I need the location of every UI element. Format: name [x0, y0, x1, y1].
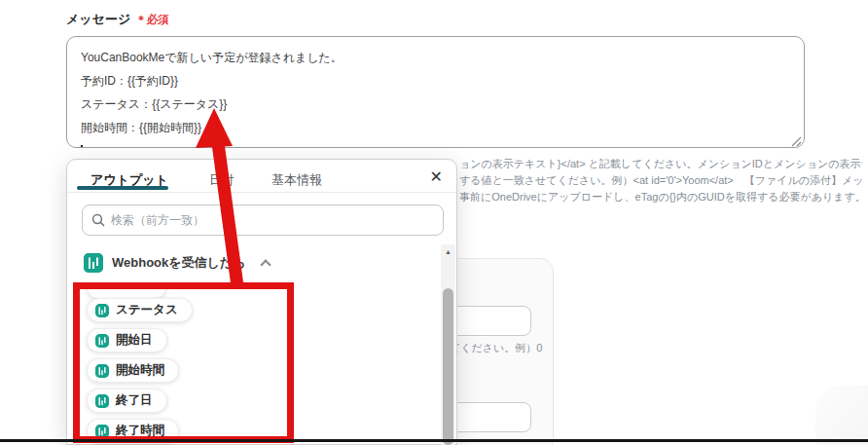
tabs-divider — [67, 192, 456, 193]
app-equalizer-icon — [95, 364, 109, 378]
required-badge: ＊必須 — [135, 14, 169, 25]
resize-handle-icon[interactable] — [790, 135, 803, 148]
search-input[interactable] — [111, 213, 434, 227]
text-cursor — [81, 145, 83, 148]
message-field-label: メッセージ＊必須 — [66, 11, 169, 28]
active-tab-underline — [77, 186, 168, 190]
window-bottom-edge — [0, 439, 868, 442]
pill-label: 終了日 — [116, 392, 153, 409]
help-text-line: 事前にOneDriveにアップロードし、eTagの{}内のGUIDを取得する必要… — [459, 190, 862, 204]
output-pill-status[interactable]: ステータス — [87, 298, 193, 322]
help-text-line: ョンの表示テキスト}</at> と記載してください。メンションIDとメンションの… — [459, 157, 862, 171]
app-equalizer-icon — [95, 334, 109, 348]
pill-label: ステータス — [116, 302, 178, 318]
scroll-up-icon[interactable]: ▲ — [441, 248, 455, 255]
output-pill-end-date[interactable]: 終了日 — [87, 389, 167, 413]
page: メッセージ＊必須 YouCanBookMeで新しい予定が登録されました。 予約I… — [0, 0, 868, 445]
tab-basic-info[interactable]: 基本情報 — [271, 171, 322, 189]
corner-widget — [815, 386, 868, 445]
output-picker-popup: アウトプット 日付 基本情報 ✕ Webhookを受信したら — [66, 159, 457, 445]
search-icon — [91, 213, 105, 227]
pill-label: 開始時間 — [116, 362, 164, 379]
tab-date[interactable]: 日付 — [209, 171, 235, 189]
output-pill-start-time[interactable]: 開始時間 — [87, 358, 179, 383]
close-icon[interactable]: ✕ — [430, 167, 443, 187]
textarea-line: YouCanBookMeで新しい予定が登録されました。 — [81, 46, 790, 69]
section-title: Webhookを受信したら — [112, 254, 245, 272]
textarea-line: ステータス：{{ステータス}} — [81, 93, 790, 116]
search-box[interactable] — [82, 204, 444, 236]
textarea-line: 予約ID：{{予約ID}} — [81, 69, 790, 93]
background-hint-text: てください。例）0 — [450, 341, 542, 355]
help-text-line: する値と一致させてください。例）<at id='0'>Yoom</at> 【ファ… — [459, 173, 862, 188]
app-equalizer-icon — [95, 425, 109, 438]
textarea-cursor-line — [81, 139, 790, 148]
partial-output-pill[interactable] — [87, 284, 166, 299]
app-equalizer-icon — [84, 253, 103, 273]
pill-label: 開始日 — [116, 332, 153, 349]
textarea-line: 開始時間：{{開始時間}} — [81, 116, 790, 139]
popup-scrollbar[interactable]: ▲ — [441, 244, 455, 445]
message-label-text: メッセージ — [66, 12, 130, 26]
app-equalizer-icon — [95, 304, 109, 317]
message-textarea[interactable]: YouCanBookMeで新しい予定が登録されました。 予約ID：{{予約ID}… — [66, 36, 805, 148]
app-equalizer-icon — [95, 394, 109, 408]
output-section-header[interactable]: Webhookを受信したら — [84, 253, 270, 273]
pill-label: 終了時間 — [116, 423, 164, 439]
chevron-up-icon[interactable] — [261, 259, 271, 270]
scrollbar-thumb[interactable] — [443, 288, 453, 445]
output-pill-start-date[interactable]: 開始日 — [87, 328, 167, 352]
